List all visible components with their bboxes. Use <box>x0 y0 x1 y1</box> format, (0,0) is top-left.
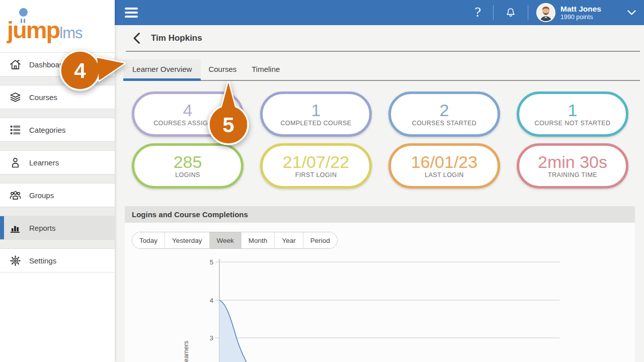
sidebar-item-label: Learners <box>29 158 59 167</box>
user-menu[interactable]: Matt Jones 1990 points <box>560 4 601 22</box>
home-icon <box>9 58 22 71</box>
avatar[interactable] <box>536 3 555 22</box>
bar-chart-icon <box>9 221 22 235</box>
sidebar-item-label: Settings <box>29 256 56 265</box>
filter-month-button[interactable]: Month <box>242 232 275 248</box>
tab-bar: Learner Overview Courses Timeline <box>123 59 287 81</box>
sidebar-item-reports[interactable]: Reports <box>0 216 115 240</box>
stat-value: 4 <box>183 102 193 120</box>
stat-label: FIRST LOGIN <box>295 171 337 178</box>
tab-timeline[interactable]: Timeline <box>244 59 287 81</box>
sidebar-item-groups[interactable]: Groups <box>0 183 115 207</box>
topbar: ? Matt J <box>115 0 644 25</box>
sidebar-item-categories[interactable]: Categories <box>0 118 115 142</box>
y-axis-label: Learners <box>183 341 190 362</box>
logo-ball-icon <box>19 8 28 17</box>
stat-logins: 285 LOGINS <box>132 143 244 189</box>
stat-course-not-started: 1 COURSE NOT STARTED <box>517 92 628 137</box>
filter-period-button[interactable]: Period <box>303 232 337 248</box>
stat-last-login: 16/01/23 LAST LOGIN <box>388 143 500 189</box>
app-window: jumplms Dashboard Courses <box>0 0 644 362</box>
gear-icon <box>9 254 22 267</box>
tab-courses[interactable]: Courses <box>201 59 244 81</box>
user-menu-toggle[interactable] <box>601 10 644 16</box>
stat-label: COMPLETED COURSE <box>280 120 351 127</box>
stat-label: TRAINING TIME <box>548 171 597 178</box>
stat-completed-course: 1 COMPLETED COURSE <box>260 92 372 137</box>
sidebar-item-learners[interactable]: Learners <box>0 150 115 174</box>
help-icon[interactable]: ? <box>462 6 493 20</box>
chevron-down-icon <box>627 10 636 16</box>
stat-value: 16/01/23 <box>411 153 477 171</box>
menu-toggle-button[interactable] <box>125 8 138 18</box>
list-icon <box>9 123 22 137</box>
tab-learner-overview[interactable]: Learner Overview <box>123 59 201 81</box>
stat-first-login: 21/07/22 FIRST LOGIN <box>260 143 372 189</box>
sidebar-item-label: Groups <box>29 191 54 200</box>
date-range-filter: Today Yesterday Week Month Year Period <box>132 232 338 249</box>
logins-chart: 5 4 3 Learners <box>171 254 569 362</box>
annotation-step-number: 5 <box>222 113 234 137</box>
y-tick-4: 4 <box>210 297 213 304</box>
page-header: Tim Hopkins <box>115 25 644 51</box>
user-points: 1990 points <box>560 14 601 22</box>
logo-text-secondary: lms <box>59 24 82 42</box>
annotation-step-4-badge: 4 <box>48 47 133 98</box>
notifications-button[interactable] <box>494 7 528 19</box>
sidebar-item-label: Categories <box>29 126 66 134</box>
filter-year-button[interactable]: Year <box>275 232 303 248</box>
stat-value: 2min 30s <box>538 153 607 171</box>
person-icon <box>9 156 22 169</box>
stat-value: 1 <box>311 102 321 120</box>
filter-today-button[interactable]: Today <box>132 232 165 248</box>
report-section-title: Logins and Course Completions <box>125 206 635 223</box>
stat-training-time: 2min 30s TRAINING TIME <box>517 143 628 189</box>
stat-label: LOGINS <box>175 171 200 178</box>
logo-text-primary: jump <box>7 17 59 43</box>
sidebar-item-label: Reports <box>29 224 56 232</box>
header-divider <box>126 51 640 52</box>
stat-value: 21/07/22 <box>283 153 349 171</box>
topbar-separator <box>528 5 528 20</box>
page-title: Tim Hopkins <box>151 33 202 43</box>
area-series-fill <box>219 301 252 362</box>
back-button[interactable] <box>133 32 140 44</box>
app-logo: jumplms <box>7 3 113 49</box>
bell-icon <box>505 7 517 19</box>
sidebar-item-settings[interactable]: Settings <box>0 248 115 273</box>
annotation-step-number: 4 <box>74 59 86 82</box>
stat-courses-started: 2 COURSES STARTED <box>388 92 500 137</box>
stat-value: 1 <box>568 102 578 120</box>
stat-value: 285 <box>174 153 202 171</box>
filter-yesterday-button[interactable]: Yesterday <box>165 232 210 248</box>
filter-week-button[interactable]: Week <box>210 232 242 248</box>
stat-value: 2 <box>440 102 449 120</box>
annotation-step-5-badge: 5 <box>204 79 254 148</box>
user-name: Matt Jones <box>560 4 601 14</box>
chevron-left-icon <box>133 32 140 44</box>
people-icon <box>9 189 22 202</box>
stat-label: LAST LOGIN <box>425 171 463 178</box>
stack-icon <box>9 90 22 104</box>
y-tick-5: 5 <box>210 258 213 266</box>
stat-label: COURSES STARTED <box>412 120 476 127</box>
stat-label: COURSE NOT STARTED <box>535 120 611 127</box>
y-tick-3: 3 <box>210 334 213 342</box>
